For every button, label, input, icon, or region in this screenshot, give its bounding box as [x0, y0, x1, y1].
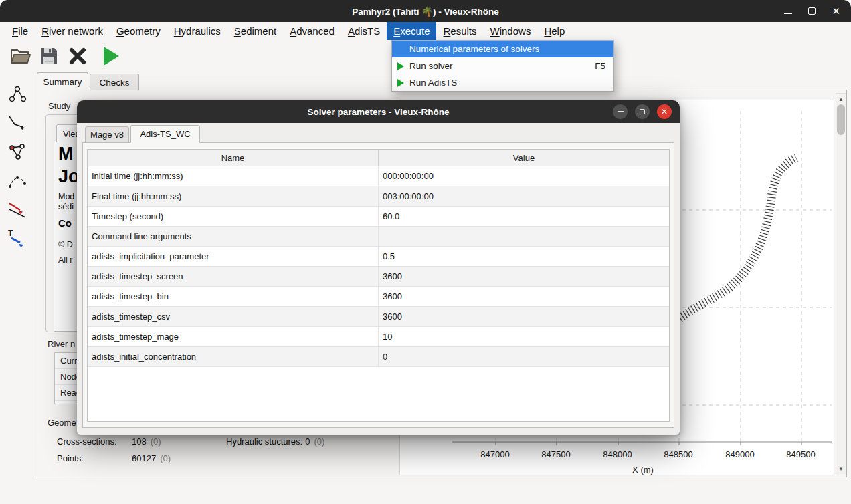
dialog-titlebar[interactable]: Solver parameters - Vieux-Rhône ✕ — [77, 100, 680, 123]
svg-text:T: T — [8, 229, 13, 238]
open-folder-icon — [9, 45, 31, 67]
parameter-value-cell[interactable]: 0 — [379, 347, 669, 366]
parameter-row[interactable]: Initial time (jj:hh:mm:ss)000:00:00:00 — [88, 166, 669, 186]
execute-menu: Numerical parameters of solversRun solve… — [391, 40, 614, 92]
parameter-value-cell[interactable]: 3600 — [379, 307, 669, 326]
menu-item-shortcut: F5 — [595, 61, 605, 71]
x-axis-tick-label: 847000 — [472, 449, 518, 459]
titlebar[interactable]: Pamhyr2 (Tahiti 🌴) - Vieux-Rhône ✕ — [0, 0, 851, 22]
menubar-item-sediment[interactable]: Sediment — [227, 22, 283, 40]
menubar-item-adists[interactable]: AdisTS — [341, 22, 387, 40]
parameter-row[interactable]: Timestep (second)60.0 — [88, 207, 669, 227]
tab-checks-label: Checks — [99, 78, 129, 88]
parameter-value-cell[interactable]: 3600 — [379, 287, 669, 306]
tab-summary[interactable]: Summary — [37, 72, 88, 90]
dialog-close-icon[interactable]: ✕ — [657, 104, 672, 119]
river-reach-path — [680, 158, 796, 318]
stat-count: (0) — [160, 453, 171, 463]
points-icon[interactable] — [4, 167, 31, 194]
scrollbar-thumb[interactable] — [837, 104, 845, 135]
menubar-item-results[interactable]: Results — [436, 22, 483, 40]
dialog-maximize-icon[interactable] — [635, 104, 650, 119]
parameter-row[interactable]: Command line arguments — [88, 227, 669, 247]
x-axis-tick-label: 848000 — [594, 449, 641, 459]
dialog-tab-pane: Name Value Initial time (jj:hh:mm:ss)000… — [82, 142, 674, 428]
parameter-name-cell: adists_timestep_csv — [88, 307, 379, 326]
parameter-row[interactable]: adists_timestep_mage10 — [88, 327, 669, 347]
menubar-item-execute[interactable]: Execute — [387, 22, 436, 40]
table-body: Initial time (jj:hh:mm:ss)000:00:00:00Fi… — [88, 166, 669, 367]
reach-profile-icon[interactable] — [4, 110, 31, 136]
slope-icon[interactable] — [4, 196, 31, 223]
parameter-value-cell[interactable]: 000:00:00:00 — [379, 166, 669, 186]
scroll-down-icon[interactable]: ▼ — [836, 466, 846, 472]
save-button[interactable] — [37, 44, 60, 68]
x-axis-tick-label: 847500 — [533, 449, 579, 459]
maximize-icon[interactable] — [808, 7, 816, 15]
open-button[interactable] — [9, 44, 31, 68]
menubar-item-help[interactable]: Help — [537, 22, 571, 40]
close-x-icon — [68, 46, 88, 66]
x-axis-tick-label: 849000 — [717, 449, 763, 459]
dialog-window-controls: ✕ — [613, 104, 672, 119]
menu-item-run-solver[interactable]: Run solverF5 — [392, 57, 613, 74]
tab-mage-v8[interactable]: Mage v8 — [85, 126, 129, 142]
parameter-row[interactable]: adists_timestep_screen3600 — [88, 267, 669, 287]
parameter-row[interactable]: adists_timestep_csv3600 — [88, 307, 669, 327]
parameter-row[interactable]: adists_implicitation_parameter0.5 — [88, 247, 669, 267]
stat-hydraulic-structures: Hydraulic stuctures: 0 (0) — [226, 436, 324, 447]
stat-value: 0 — [305, 436, 310, 447]
parameter-name-cell: adists_implicitation_parameter — [88, 247, 379, 266]
river-network-icon[interactable] — [4, 81, 31, 108]
run-button[interactable] — [100, 44, 122, 68]
menu-item-run-adists[interactable]: Run AdisTS — [392, 74, 613, 91]
stat-value: 60127 — [132, 453, 156, 463]
study-text-line: Mod — [58, 192, 74, 201]
parameter-value-cell[interactable]: 60.0 — [379, 207, 669, 226]
transport-icon[interactable]: T — [4, 225, 31, 251]
close-project-button[interactable] — [66, 44, 89, 68]
close-icon[interactable]: ✕ — [832, 6, 840, 16]
cross-sections-icon[interactable] — [4, 138, 31, 165]
tab-mage-v8-label: Mage v8 — [90, 130, 124, 140]
vertical-scrollbar[interactable]: ▲ ▼ — [836, 93, 846, 475]
stat-label: Points: — [57, 453, 129, 463]
column-header-value[interactable]: Value — [379, 150, 669, 166]
table-header-row: Name Value — [88, 150, 669, 166]
menubar-item-file[interactable]: File — [5, 22, 35, 40]
stat-label: Cross-sections: — [57, 436, 129, 447]
study-rights-line: All r — [58, 255, 73, 265]
minimize-icon[interactable] — [784, 8, 792, 14]
menubar-item-advanced[interactable]: Advanced — [283, 22, 341, 40]
parameter-value-cell[interactable] — [379, 227, 669, 246]
stat-value: 108 — [132, 436, 147, 447]
menubar-item-windows[interactable]: Windows — [484, 22, 538, 40]
study-group-label: Study — [47, 101, 72, 111]
tab-adis-ts-wc[interactable]: Adis-TS_WC — [130, 125, 200, 143]
parameter-value-cell[interactable]: 3600 — [379, 267, 669, 286]
parameter-value-cell[interactable]: 003:00:00:00 — [379, 186, 669, 206]
parameter-value-cell[interactable]: 10 — [379, 327, 669, 346]
menubar-item-geometry[interactable]: Geometry — [110, 22, 167, 40]
parameter-name-cell: Command line arguments — [88, 227, 379, 246]
study-text-line: M — [58, 144, 74, 164]
save-icon — [39, 46, 59, 66]
dialog-minimize-icon[interactable] — [613, 104, 628, 119]
parameter-row[interactable]: adists_timestep_bin3600 — [88, 287, 669, 307]
scroll-up-icon[interactable]: ▲ — [836, 96, 846, 102]
parameter-name-cell: Final time (jj:hh:mm:ss) — [88, 186, 379, 206]
parameter-value-cell[interactable]: 0.5 — [379, 247, 669, 266]
geometry-group-label: Geome — [46, 418, 78, 428]
menubar-item-river-network[interactable]: River network — [35, 22, 110, 40]
menubar: FileRiver networkGeometryHydraulicsSedim… — [0, 22, 851, 40]
column-header-name[interactable]: Name — [88, 150, 379, 166]
menubar-item-hydraulics[interactable]: Hydraulics — [167, 22, 227, 40]
study-text-line: sédi — [58, 202, 74, 211]
tab-summary-label: Summary — [43, 77, 82, 87]
tab-checks[interactable]: Checks — [90, 74, 139, 90]
menu-item-numerical-parameters-of-solvers[interactable]: Numerical parameters of solvers — [392, 41, 613, 57]
parameter-row[interactable]: adists_initial_concentration0 — [88, 347, 669, 367]
side-toolbar: T — [0, 79, 35, 253]
dialog-title: Solver parameters - Vieux-Rhône — [307, 107, 449, 117]
parameter-row[interactable]: Final time (jj:hh:mm:ss)003:00:00:00 — [88, 186, 669, 207]
